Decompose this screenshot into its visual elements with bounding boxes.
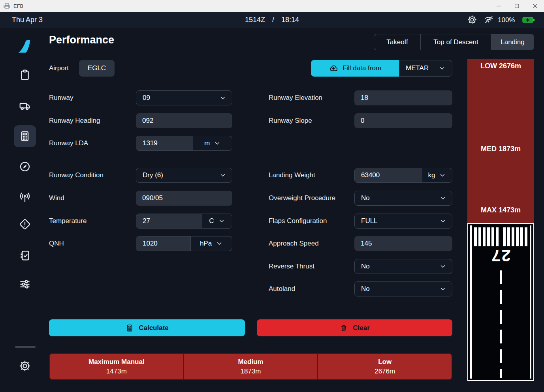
qnh-input[interactable] — [136, 236, 190, 251]
window-controls — [489, 0, 544, 12]
result-maximum-manual: Maximum Manual 1473m — [50, 354, 183, 379]
runway-threshold-markings — [474, 227, 527, 246]
sidebar-item-checklist[interactable] — [16, 247, 34, 264]
field-label: Temperature — [49, 214, 87, 229]
chevron-down-icon — [439, 195, 446, 202]
airport-code-button[interactable]: EGLC — [79, 60, 115, 77]
cloud-download-icon — [329, 64, 338, 73]
settings-gear-icon[interactable] — [467, 15, 477, 26]
approach-speed-input[interactable] — [354, 236, 452, 251]
runway-centerline — [500, 270, 502, 378]
runway-select[interactable]: 09 — [136, 90, 232, 105]
landing-weight-unit-select[interactable]: kg — [422, 168, 452, 182]
runway-graphic: 27 — [467, 223, 534, 381]
field-label: Wind — [49, 191, 64, 206]
qnh-unit-select[interactable]: hPa — [190, 236, 232, 251]
temperature-unit-select[interactable]: C — [202, 214, 232, 228]
landing-distance-results: Maximum Manual 1473m Medium 1873m Low 26… — [49, 353, 452, 380]
window-title: EFB — [13, 3, 23, 9]
overweight-procedure-select[interactable]: No — [354, 191, 452, 206]
time-separator: / — [272, 16, 274, 24]
app-icon — [4, 3, 10, 9]
threshold-stripe — [507, 227, 510, 246]
sidebar-item-comms[interactable] — [16, 189, 34, 206]
field-label: QNH — [49, 236, 64, 251]
chevron-down-icon — [439, 263, 446, 270]
landing-weight-input[interactable] — [355, 168, 422, 182]
distance-overrun-bar: LOW 2676m MED 1873m MAX 1473m — [467, 59, 534, 223]
sidebar-item-alerts[interactable] — [16, 216, 34, 233]
fill-data-from-button[interactable]: Fill data from — [311, 60, 399, 77]
autoland-select[interactable]: No — [354, 281, 452, 296]
sidebar-item-ground-ops[interactable] — [16, 97, 34, 114]
clear-button[interactable]: Clear — [257, 319, 452, 336]
chevron-down-icon — [439, 285, 446, 293]
airline-logo — [16, 38, 34, 55]
chevron-down-icon — [216, 240, 223, 247]
chevron-down-icon — [218, 218, 225, 225]
minimize-icon[interactable] — [489, 0, 508, 12]
tab-top-of-descent[interactable]: Top of Descent — [420, 34, 491, 50]
runway-slope-input[interactable] — [354, 113, 452, 128]
status-clock: 1514Z / 18:14 — [0, 12, 544, 28]
chevron-down-icon — [439, 218, 446, 225]
distance-label-max: MAX 1473m — [467, 206, 534, 214]
sidebar-item-performance[interactable] — [14, 125, 36, 147]
landing-weight-field: kg — [354, 168, 452, 183]
runway-heading-input[interactable] — [136, 113, 232, 128]
threshold-stripe — [474, 227, 477, 246]
result-low: Low 2676m — [317, 354, 452, 379]
threshold-stripe — [503, 227, 506, 246]
flaps-configuration-select[interactable]: FULL — [354, 214, 452, 229]
field-label: Runway Elevation — [269, 90, 322, 105]
runway-lda-unit-select[interactable]: m — [193, 136, 232, 150]
result-medium: Medium 1873m — [183, 354, 318, 379]
runway-lda-field: m — [136, 136, 232, 151]
utc-time: 1514Z — [245, 16, 265, 24]
sidebar-item-navigation[interactable] — [16, 158, 34, 175]
sidebar-item-settings[interactable] — [16, 357, 34, 375]
runway-elevation-input[interactable] — [354, 90, 452, 105]
tab-takeoff[interactable]: Takeoff — [374, 34, 420, 50]
os-titlebar: EFB — [0, 0, 544, 12]
wind-input[interactable] — [136, 191, 232, 206]
maximize-icon[interactable] — [508, 0, 526, 12]
page-title: Performance — [49, 34, 114, 46]
sidebar-item-options[interactable] — [16, 276, 34, 293]
field-label: Autoland — [269, 281, 295, 296]
sidebar-item-flightplan[interactable] — [16, 66, 34, 84]
threshold-stripe — [478, 227, 481, 246]
chevron-down-icon — [439, 65, 446, 72]
runway-designator: 27 — [468, 246, 533, 265]
chevron-down-icon — [214, 140, 221, 147]
fill-source-select[interactable]: METAR — [399, 60, 452, 77]
threshold-stripe — [496, 227, 499, 246]
tab-landing[interactable]: Landing — [491, 34, 534, 50]
chevron-down-icon — [439, 172, 446, 179]
field-label: Flaps Configuration — [269, 214, 327, 229]
trash-icon — [339, 324, 348, 332]
temperature-input[interactable] — [136, 214, 202, 228]
airport-label: Airport — [49, 61, 69, 76]
temperature-field: C — [136, 214, 232, 229]
status-bar: Thu Apr 3 1514Z / 18:14 100% — [0, 12, 544, 28]
runway-condition-select[interactable]: Dry (6) — [136, 168, 232, 183]
efb-app-window: EFB Thu Apr 3 1514Z / 18:14 100% — [0, 0, 544, 392]
reverse-thrust-select[interactable]: No — [354, 259, 452, 274]
field-label: Runway Slope — [269, 113, 312, 128]
battery-charging-icon — [522, 17, 535, 25]
field-label: Approach Speed — [269, 236, 319, 251]
chevron-down-icon — [219, 172, 226, 179]
threshold-stripe — [483, 227, 486, 246]
calculate-button[interactable]: Calculate — [49, 319, 245, 336]
sidebar-divider — [15, 346, 36, 348]
calculator-icon — [125, 324, 134, 332]
field-label: Overweight Procedure — [269, 191, 335, 206]
runway-lda-input[interactable] — [136, 136, 193, 150]
field-label: Reverse Thrust — [269, 259, 314, 274]
field-label: Runway Heading — [49, 113, 100, 128]
threshold-stripe — [520, 227, 523, 246]
threshold-stripe — [525, 227, 527, 246]
field-label: Runway — [49, 90, 73, 105]
close-icon[interactable] — [526, 0, 544, 12]
